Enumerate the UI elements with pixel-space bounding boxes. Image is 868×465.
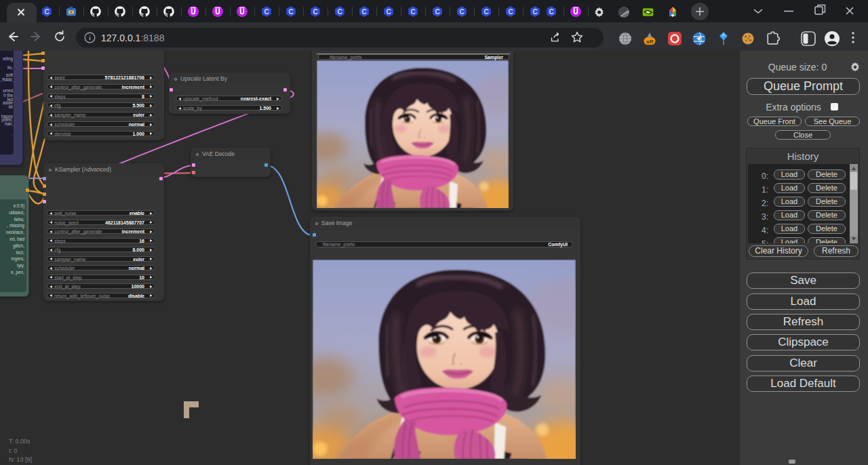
svg-text:off: off — [646, 39, 654, 45]
